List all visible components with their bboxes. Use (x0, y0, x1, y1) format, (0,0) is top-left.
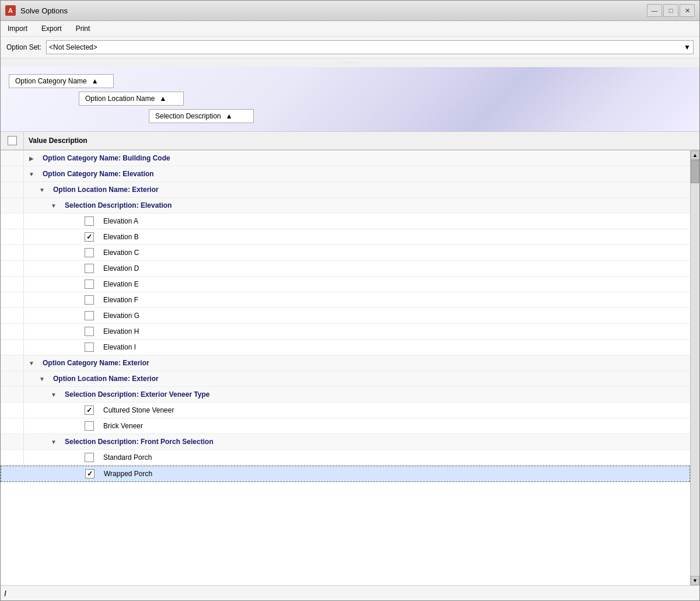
item-checkbox[interactable]: ✓ (85, 232, 94, 242)
item-checkbox[interactable] (85, 279, 94, 289)
table-row[interactable]: ▼Selection Description: Elevation (1, 198, 690, 214)
content-area: Value Description ▶Option Category Name:… (1, 132, 699, 585)
table-row[interactable]: Brick Veneer (1, 418, 690, 434)
app-icon: A (5, 5, 16, 16)
table-row[interactable]: Elevation F (1, 292, 690, 308)
category-label: Option Category Name: Exterior (38, 358, 690, 368)
select-all-checkbox[interactable] (8, 136, 17, 145)
expand-icon[interactable]: ▼ (27, 170, 36, 178)
row-left-col (1, 355, 24, 371)
category-label: Option Location Name: Exterior (48, 184, 690, 195)
table-row[interactable]: ▼Option Category Name: Exterior (1, 355, 690, 371)
expand-icon[interactable]: ▶ (27, 154, 36, 162)
title-bar: A Solve Options — □ ✕ (1, 1, 699, 21)
item-checkbox[interactable] (85, 216, 94, 226)
title-bar-buttons: — □ ✕ (647, 4, 695, 17)
table-row[interactable]: Elevation G (1, 308, 690, 324)
item-label: Brick Veneer (99, 421, 690, 431)
table-row[interactable]: Elevation D (1, 261, 690, 277)
scroll-thumb[interactable] (691, 160, 699, 183)
table-row[interactable]: Elevation C (1, 245, 690, 261)
filter-selection-arrow-icon: ▲ (226, 112, 233, 120)
expand-icon[interactable]: ▼ (50, 390, 58, 399)
item-checkbox[interactable]: ✓ (85, 469, 94, 478)
category-label: Option Location Name: Exterior (48, 373, 690, 384)
row-left-col (1, 450, 24, 465)
item-label: Elevation H (99, 326, 690, 337)
item-checkbox[interactable] (85, 421, 94, 431)
table-row[interactable]: ▼Selection Description: Front Porch Sele… (1, 434, 690, 450)
row-content: Elevation F (24, 292, 690, 308)
item-checkbox[interactable] (85, 327, 94, 336)
row-left-col (1, 198, 24, 213)
item-checkbox[interactable]: ✓ (85, 406, 94, 415)
table-row[interactable]: ▼Option Category Name: Elevation (1, 166, 690, 182)
category-label: Option Category Name: Building Code (38, 153, 690, 163)
row-content: ▶Option Category Name: Building Code (24, 151, 690, 166)
maximize-button[interactable]: □ (663, 4, 678, 17)
table-row[interactable]: Standard Porch (1, 450, 690, 466)
scroll-down-button[interactable]: ▼ (691, 576, 699, 585)
row-content: ▼Option Category Name: Elevation (24, 166, 690, 181)
expand-icon[interactable]: ▼ (38, 186, 46, 194)
item-label: Elevation I (99, 342, 690, 352)
item-checkbox[interactable] (85, 248, 94, 257)
header-section: Option Category Name ▲ Option Location N… (1, 67, 699, 132)
filter-location-label: Option Location Name (85, 95, 155, 103)
scrollbar[interactable]: ▲ ▼ (690, 151, 699, 585)
filter-buttons-container: Option Category Name ▲ Option Location N… (9, 74, 691, 123)
table-row[interactable]: Elevation A (1, 214, 690, 229)
item-checkbox[interactable] (85, 343, 94, 352)
row-content: ▼Option Location Name: Exterior (24, 371, 690, 386)
table-row[interactable]: ▼Selection Description: Exterior Veneer … (1, 387, 690, 403)
expand-icon[interactable]: ▼ (38, 375, 46, 383)
filter-location-name-button[interactable]: Option Location Name ▲ (79, 92, 184, 106)
row-left-col (1, 418, 24, 434)
menu-import[interactable]: Import (5, 23, 30, 34)
row-content: Elevation E (24, 277, 690, 292)
row-left-col (1, 182, 24, 197)
row-content: ▼Selection Description: Exterior Veneer … (24, 387, 690, 402)
expand-icon[interactable]: ▼ (50, 438, 58, 446)
table-row[interactable]: Elevation I (1, 340, 690, 355)
table-row[interactable]: ▼Option Location Name: Exterior (1, 182, 690, 198)
row-content: ▼Selection Description: Elevation (24, 198, 690, 213)
category-label: Selection Description: Elevation (60, 200, 690, 211)
table-row[interactable]: Elevation E (1, 277, 690, 292)
minimize-button[interactable]: — (647, 4, 662, 17)
expand-icon[interactable]: ▼ (50, 201, 58, 209)
divider: · · · · · · (1, 58, 699, 67)
table-row[interactable]: ✓Cultured Stone Veneer (1, 403, 690, 418)
close-button[interactable]: ✕ (680, 4, 695, 17)
item-checkbox[interactable] (85, 295, 94, 305)
table-row[interactable]: ✓Wrapped Porch (1, 466, 690, 482)
table-row[interactable]: ▼Option Location Name: Exterior (1, 371, 690, 387)
table-row[interactable]: ✓Elevation B (1, 229, 690, 245)
table-row[interactable]: Elevation H (1, 324, 690, 340)
row-left-col (1, 245, 24, 260)
row-left-col (1, 387, 24, 402)
item-label: Standard Porch (99, 452, 690, 463)
option-set-dropdown[interactable]: <Not Selected> ▼ (46, 40, 694, 54)
item-label: Elevation D (99, 263, 690, 274)
menu-print[interactable]: Print (74, 23, 93, 34)
expand-icon[interactable]: ▼ (27, 359, 36, 367)
item-checkbox[interactable] (85, 311, 94, 320)
filter-category-name-button[interactable]: Option Category Name ▲ (9, 74, 114, 88)
item-checkbox[interactable] (85, 453, 94, 462)
category-label: Selection Description: Exterior Veneer T… (60, 389, 690, 400)
row-content: Elevation H (24, 324, 690, 339)
item-checkbox[interactable] (85, 264, 94, 273)
scroll-up-button[interactable]: ▲ (691, 151, 699, 160)
option-set-label: Option Set: (6, 43, 41, 51)
row-left-col (1, 214, 24, 229)
filter-selection-label: Selection Description (155, 112, 221, 120)
table-header: Value Description (1, 132, 699, 151)
row-content: Elevation C (24, 245, 690, 260)
row-left-col (1, 324, 24, 339)
table-row[interactable]: ▶Option Category Name: Building Code (1, 151, 690, 166)
menu-export[interactable]: Export (39, 23, 64, 34)
row-content: ▼Option Category Name: Exterior (24, 355, 690, 371)
item-label: Elevation G (99, 310, 690, 321)
filter-selection-desc-button[interactable]: Selection Description ▲ (149, 109, 254, 123)
